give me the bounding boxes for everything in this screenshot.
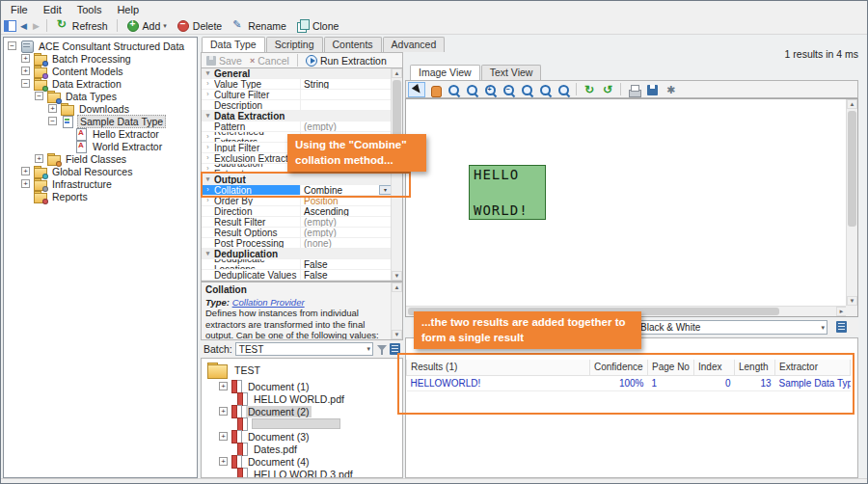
batch-select[interactable]: TEST ▾ [235, 342, 373, 356]
property-value[interactable]: Combine [301, 185, 379, 196]
batch-viewer-icon[interactable] [390, 343, 400, 355]
menu-item-help[interactable]: Help [109, 3, 147, 16]
property-row-culture-filter[interactable]: ›Culture Filter [202, 90, 392, 100]
property-row-result-options[interactable]: Result Options(empty) [202, 228, 392, 238]
collapse-icon[interactable]: − [8, 41, 16, 50]
expand-icon[interactable]: + [219, 457, 228, 466]
nav-pane-toggle-icon[interactable] [4, 20, 16, 32]
results-column-header[interactable]: Results (1) [407, 360, 590, 375]
property-row-deduplicate-values[interactable]: Deduplicate ValuesFalse [202, 270, 392, 281]
property-row-value-type[interactable]: ›Value TypeString [202, 79, 392, 90]
document-label[interactable]: Document (1) [246, 381, 312, 392]
tree-item-label[interactable]: Field Classes [64, 153, 128, 165]
collapse-icon[interactable]: − [21, 79, 30, 88]
tree-item-label[interactable]: Downloads [77, 103, 131, 115]
property-grid-scrollbar[interactable]: ▲ ▼ [391, 68, 402, 281]
save-icon[interactable] [643, 82, 661, 97]
property-row-collation[interactable]: ›CollationCombine▾ [202, 185, 392, 196]
results-column-header[interactable]: Length [735, 360, 775, 375]
batch-filter-icon[interactable] [376, 344, 387, 355]
zoom-fit-icon[interactable] [518, 82, 535, 97]
document-label[interactable]: Document (2) [246, 406, 312, 417]
zoom-in-icon[interactable]: + [481, 82, 499, 97]
property-row-direction[interactable]: DirectionAscending [202, 206, 392, 217]
document-label[interactable]: Document (4) [246, 456, 312, 468]
collapse-icon[interactable]: − [35, 92, 43, 100]
results-column-header[interactable]: Page No [648, 360, 694, 375]
rename-button[interactable]: Rename [228, 18, 290, 33]
scroll-down-icon[interactable]: ▼ [847, 296, 857, 306]
print-icon[interactable] [625, 82, 642, 97]
results-row[interactable]: HELLOWORLD!100%1013Sample Data Type [407, 375, 851, 390]
tab-data-type[interactable]: Data Type [202, 37, 265, 52]
property-row-deduplicate-locations[interactable]: Deduplicate LocationsFalse [202, 259, 392, 270]
scroll-down-icon[interactable]: ▼ [392, 330, 402, 339]
zoom-normal-icon[interactable] [445, 82, 462, 97]
expand-icon[interactable]: + [219, 407, 228, 416]
display-options-icon[interactable] [836, 321, 847, 333]
tree-item-label[interactable]: Data Extraction [50, 78, 123, 90]
rotate-icon[interactable] [599, 82, 616, 97]
tree-item-label[interactable]: World Extractor [91, 141, 164, 152]
tree-item-label[interactable]: Content Models [50, 66, 125, 77]
tree-item-label[interactable]: Reports [50, 191, 90, 202]
expand-icon[interactable]: + [48, 104, 57, 113]
tree-item-label[interactable]: Hello Extractor [91, 128, 161, 140]
zoom-select-icon[interactable] [463, 82, 480, 97]
document-file-row[interactable]: Dates.pdf [202, 443, 402, 455]
expand-icon[interactable]: + [21, 167, 30, 175]
batch-folder-label[interactable]: TEST [232, 364, 262, 376]
vertical-scrollbar[interactable]: ▲ ▼ [846, 99, 857, 306]
property-row-result-filter[interactable]: Result Filter(empty) [202, 217, 392, 228]
document-file-label[interactable]: HELLO WORLD 3.pdf [252, 469, 355, 479]
zoom-width-icon[interactable] [536, 82, 554, 97]
document-row[interactable]: +Document (4) [202, 455, 402, 468]
document-label[interactable]: Document (3) [246, 431, 312, 443]
scroll-up-icon[interactable]: ▲ [392, 68, 402, 78]
property-section-general[interactable]: ▾General [202, 68, 392, 79]
scroll-thumb[interactable] [848, 111, 856, 227]
tab-scripting[interactable]: Scripting [266, 37, 323, 52]
pointer-icon[interactable] [408, 82, 425, 97]
document-file-row[interactable] [202, 417, 402, 430]
scroll-down-icon[interactable]: ▼ [392, 271, 402, 281]
scroll-up-icon[interactable]: ▲ [392, 282, 402, 292]
image-viewport[interactable]: HELLO WORLD! ▲ ▼ ► [405, 98, 858, 317]
property-row-post-processing[interactable]: Post Processing(none) [202, 238, 392, 249]
display-mode-select[interactable]: Black & White ▾ [635, 320, 827, 335]
property-section-data-extraction[interactable]: ▾Data Extraction [202, 111, 392, 121]
tree-item-label[interactable]: Sample Data Type [77, 115, 166, 128]
document-file-row[interactable]: HELLO WORLD.pdf [202, 392, 402, 405]
help-scrollbar[interactable]: ▲ ▼ [391, 282, 402, 339]
expand-icon[interactable]: + [219, 382, 228, 390]
document-row[interactable]: +Document (3) [202, 430, 402, 443]
zoom-height-icon[interactable] [555, 82, 572, 97]
document-row[interactable]: +Document (1) [202, 380, 402, 392]
results-column-header[interactable]: Extractor [775, 360, 851, 375]
menu-item-file[interactable]: File [3, 3, 36, 16]
batch-folder-row[interactable]: TEST [202, 361, 402, 380]
cancel-button[interactable]: × Cancel [247, 55, 292, 67]
add-button[interactable]: Add▾ [122, 18, 171, 33]
menu-item-tools[interactable]: Tools [69, 3, 110, 16]
expand-icon[interactable]: + [219, 432, 228, 441]
document-file-label[interactable]: HELLO WORLD.pdf [252, 393, 346, 405]
back-button[interactable]: ◀ [18, 21, 29, 31]
refresh-icon[interactable] [581, 82, 598, 97]
document-file-row[interactable]: HELLO WORLD 3.pdf [202, 468, 402, 478]
tree-item-label[interactable]: ACE Consultant Structured Data [37, 40, 186, 52]
clone-button[interactable]: Clone [292, 18, 342, 33]
extraction-highlight[interactable]: HELLO WORLD! [469, 165, 546, 220]
expand-icon[interactable]: + [21, 67, 30, 75]
collapse-icon[interactable]: − [48, 117, 57, 125]
tree-item-label[interactable]: Data Types [64, 91, 119, 102]
refresh-button[interactable]: Refresh [52, 18, 112, 33]
tab-contents[interactable]: Contents [324, 37, 382, 52]
expand-icon[interactable]: + [21, 54, 30, 63]
tree-item-label[interactable]: Batch Processing [50, 53, 133, 65]
run-extraction-button[interactable]: Run Extraction [303, 55, 390, 67]
property-section-deduplication[interactable]: ▾Deduplication [202, 249, 392, 259]
tab-image-view[interactable]: Image View [410, 65, 480, 80]
expand-icon[interactable]: + [35, 154, 43, 163]
delete-button[interactable]: Delete [173, 18, 226, 33]
